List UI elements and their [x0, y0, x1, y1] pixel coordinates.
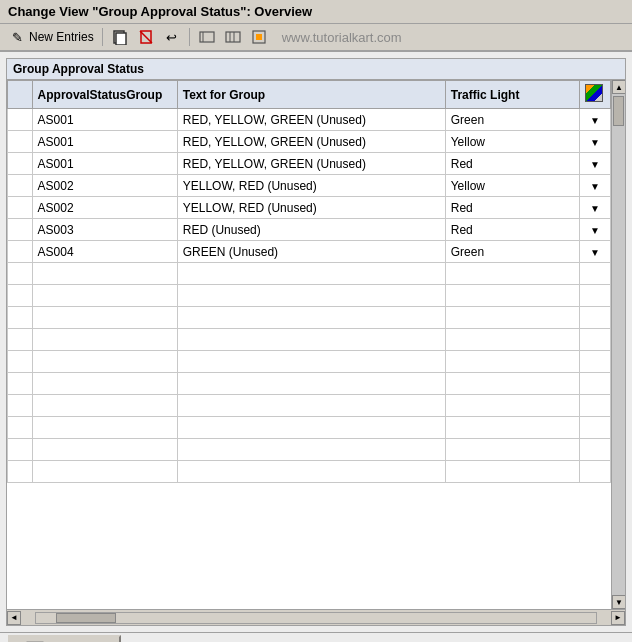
- table-header-row: ApprovalStatusGroup Text for Group Traff…: [8, 81, 611, 109]
- table-row[interactable]: AS001RED, YELLOW, GREEN (Unused)Red▼: [8, 153, 611, 175]
- svg-rect-6: [226, 32, 240, 42]
- content-area: Group Approval Status: [0, 52, 632, 632]
- delete-button[interactable]: [135, 27, 157, 47]
- position-button[interactable]: ⊞ Position...: [8, 635, 121, 642]
- empty-row: [8, 263, 611, 285]
- cell-traffic-light: Red: [445, 219, 579, 241]
- status-bar: ⊞ Position... Entry 1 of 7: [0, 632, 632, 642]
- cell-approval-status-group: AS001: [32, 109, 177, 131]
- copy-button[interactable]: [109, 27, 131, 47]
- page-title: Change View "Group Approval Status": Ove…: [8, 4, 312, 19]
- row-dropdown-arrow[interactable]: ▼: [579, 219, 610, 241]
- toolbar-separator-2: [189, 28, 190, 46]
- cell-text-for-group: RED (Unused): [177, 219, 445, 241]
- row-dropdown-arrow[interactable]: ▼: [579, 241, 610, 263]
- cell-text-for-group: YELLOW, RED (Unused): [177, 175, 445, 197]
- scroll-left-button[interactable]: ◄: [7, 611, 21, 625]
- table-inner: ApprovalStatusGroup Text for Group Traff…: [7, 80, 611, 609]
- config3-button[interactable]: [248, 27, 270, 47]
- svg-rect-10: [256, 34, 262, 40]
- scroll-thumb-h[interactable]: [56, 613, 116, 623]
- row-checkbox: [8, 175, 33, 197]
- undo-icon: ↩: [163, 28, 181, 46]
- scroll-right-button[interactable]: ►: [611, 611, 625, 625]
- horizontal-scrollbar[interactable]: ◄ ►: [7, 609, 625, 625]
- scroll-track[interactable]: [612, 94, 625, 595]
- empty-row: [8, 439, 611, 461]
- scroll-track-h[interactable]: [35, 612, 597, 624]
- table-scroll-container: ApprovalStatusGroup Text for Group Traff…: [7, 80, 625, 609]
- new-entries-button[interactable]: ✎ New Entries: [6, 27, 96, 47]
- transport1-icon: [198, 28, 216, 46]
- scroll-up-button[interactable]: ▲: [612, 80, 625, 94]
- svg-rect-4: [200, 32, 214, 42]
- cell-traffic-light: Green: [445, 109, 579, 131]
- col-traffic-light-header: Traffic Light: [445, 81, 579, 109]
- empty-row: [8, 351, 611, 373]
- copy-icon: [111, 28, 129, 46]
- table-row[interactable]: AS001RED, YELLOW, GREEN (Unused)Green▼: [8, 109, 611, 131]
- empty-row: [8, 329, 611, 351]
- cell-approval-status-group: AS004: [32, 241, 177, 263]
- cell-text-for-group: RED, YELLOW, GREEN (Unused): [177, 153, 445, 175]
- cell-traffic-light: Yellow: [445, 175, 579, 197]
- row-checkbox: [8, 109, 33, 131]
- panel-header: Group Approval Status: [7, 59, 625, 80]
- title-bar: Change View "Group Approval Status": Ove…: [0, 0, 632, 24]
- transport2-icon: [224, 28, 242, 46]
- cell-approval-status-group: AS001: [32, 131, 177, 153]
- transport3-icon: [250, 28, 268, 46]
- svg-line-3: [140, 31, 152, 43]
- cell-traffic-light: Red: [445, 197, 579, 219]
- col-text-for-group-header: Text for Group: [177, 81, 445, 109]
- col-grid-icon-header: [579, 81, 610, 109]
- row-dropdown-arrow[interactable]: ▼: [579, 175, 610, 197]
- cell-approval-status-group: AS001: [32, 153, 177, 175]
- scroll-down-button[interactable]: ▼: [612, 595, 625, 609]
- config2-button[interactable]: [222, 27, 244, 47]
- row-checkbox: [8, 219, 33, 241]
- cell-traffic-light: Yellow: [445, 131, 579, 153]
- empty-row: [8, 395, 611, 417]
- row-checkbox: [8, 241, 33, 263]
- empty-row: [8, 461, 611, 483]
- cell-approval-status-group: AS003: [32, 219, 177, 241]
- table-row[interactable]: AS001RED, YELLOW, GREEN (Unused)Yellow▼: [8, 131, 611, 153]
- cell-traffic-light: Green: [445, 241, 579, 263]
- data-table: ApprovalStatusGroup Text for Group Traff…: [7, 80, 611, 483]
- empty-row: [8, 307, 611, 329]
- table-row[interactable]: AS002YELLOW, RED (Unused)Red▼: [8, 197, 611, 219]
- row-checkbox: [8, 131, 33, 153]
- table-row[interactable]: AS003RED (Unused)Red▼: [8, 219, 611, 241]
- new-entries-label: New Entries: [29, 30, 94, 44]
- row-dropdown-arrow[interactable]: ▼: [579, 153, 610, 175]
- empty-row: [8, 417, 611, 439]
- row-checkbox: [8, 197, 33, 219]
- col-checkbox-header: [8, 81, 33, 109]
- scroll-thumb[interactable]: [613, 96, 624, 126]
- vertical-scrollbar[interactable]: ▲ ▼: [611, 80, 625, 609]
- config1-button[interactable]: [196, 27, 218, 47]
- row-dropdown-arrow[interactable]: ▼: [579, 109, 610, 131]
- svg-rect-1: [116, 33, 126, 45]
- col-approval-status-group-header: ApprovalStatusGroup: [32, 81, 177, 109]
- cell-text-for-group: GREEN (Unused): [177, 241, 445, 263]
- cell-approval-status-group: AS002: [32, 197, 177, 219]
- row-dropdown-arrow[interactable]: ▼: [579, 131, 610, 153]
- cell-approval-status-group: AS002: [32, 175, 177, 197]
- delete-icon: [137, 28, 155, 46]
- row-checkbox: [8, 153, 33, 175]
- row-dropdown-arrow[interactable]: ▼: [579, 197, 610, 219]
- cell-traffic-light: Red: [445, 153, 579, 175]
- table-row[interactable]: AS002YELLOW, RED (Unused)Yellow▼: [8, 175, 611, 197]
- watermark-toolbar: www.tutorialkart.com: [282, 30, 402, 45]
- cell-text-for-group: RED, YELLOW, GREEN (Unused): [177, 131, 445, 153]
- empty-row: [8, 373, 611, 395]
- edit-icon: ✎: [8, 28, 26, 46]
- toolbar-separator-1: [102, 28, 103, 46]
- undo-button[interactable]: ↩: [161, 27, 183, 47]
- grid-layout-icon[interactable]: [585, 84, 603, 102]
- table-row[interactable]: AS004GREEN (Unused)Green▼: [8, 241, 611, 263]
- empty-row: [8, 285, 611, 307]
- cell-text-for-group: RED, YELLOW, GREEN (Unused): [177, 109, 445, 131]
